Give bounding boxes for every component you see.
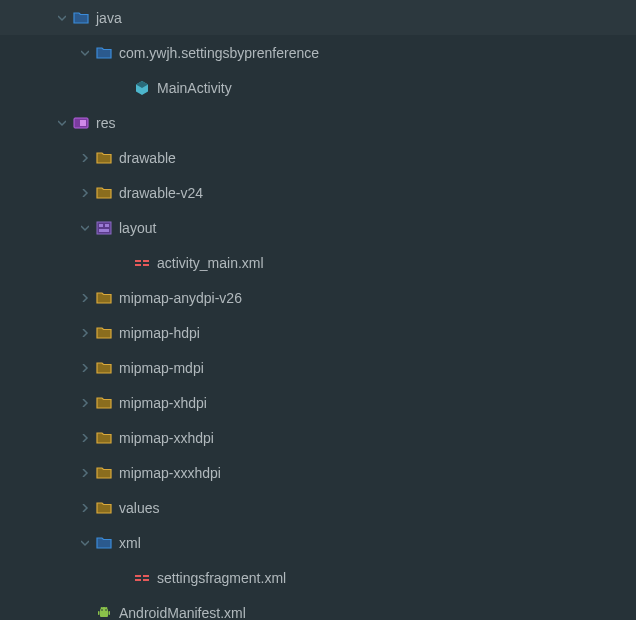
folder-orange-icon — [96, 430, 112, 446]
chevron-down-icon[interactable] — [57, 118, 67, 128]
tree-node-label: java — [96, 10, 122, 26]
folder-orange-icon — [96, 500, 112, 516]
chevron-right-icon[interactable] — [80, 433, 90, 443]
chevron-right-icon[interactable] — [80, 328, 90, 338]
chevron-down-icon[interactable] — [80, 48, 90, 58]
chevron-right-icon[interactable] — [80, 188, 90, 198]
tree-node-label: res — [96, 115, 115, 131]
folder-blue-icon — [96, 45, 112, 61]
tree-node[interactable]: mipmap-mdpi — [0, 350, 636, 385]
class-cyan-icon — [134, 80, 150, 96]
tree-node[interactable]: drawable — [0, 140, 636, 175]
tree-node[interactable]: activity_main.xml — [0, 245, 636, 280]
tree-node-label: xml — [119, 535, 141, 551]
folder-blue-icon — [96, 535, 112, 551]
xml-red-icon — [134, 255, 150, 271]
chevron-right-icon[interactable] — [80, 293, 90, 303]
tree-node-label: mipmap-xhdpi — [119, 395, 207, 411]
svg-rect-3 — [99, 224, 103, 227]
tree-node[interactable]: values — [0, 490, 636, 525]
svg-rect-11 — [143, 575, 149, 577]
chevron-down-icon[interactable] — [80, 223, 90, 233]
tree-node[interactable]: layout — [0, 210, 636, 245]
tree-node-label: drawable-v24 — [119, 185, 203, 201]
tree-node-label: mipmap-mdpi — [119, 360, 204, 376]
tree-node[interactable]: mipmap-anydpi-v26 — [0, 280, 636, 315]
svg-rect-9 — [143, 264, 149, 266]
folder-orange-icon — [96, 325, 112, 341]
tree-node[interactable]: mipmap-xhdpi — [0, 385, 636, 420]
folder-blue-icon — [73, 10, 89, 26]
svg-rect-17 — [109, 611, 111, 615]
tree-node[interactable]: settingsfragment.xml — [0, 560, 636, 595]
tree-node[interactable]: xml — [0, 525, 636, 560]
xml-red-icon — [134, 570, 150, 586]
svg-rect-2 — [97, 222, 111, 234]
project-tree: javacom.ywjh.settingsbyprenferenceMainAc… — [0, 0, 636, 620]
svg-rect-12 — [135, 579, 141, 581]
tree-node-label: com.ywjh.settingsbyprenference — [119, 45, 319, 61]
folder-orange-icon — [96, 290, 112, 306]
svg-rect-5 — [99, 229, 109, 232]
tree-node[interactable]: mipmap-xxxhdpi — [0, 455, 636, 490]
tree-node-label: layout — [119, 220, 156, 236]
res-purple-icon — [73, 115, 89, 131]
chevron-right-icon[interactable] — [80, 363, 90, 373]
folder-orange-icon — [96, 150, 112, 166]
svg-rect-6 — [135, 260, 141, 262]
svg-rect-7 — [143, 260, 149, 262]
tree-node[interactable]: com.ywjh.settingsbyprenference — [0, 35, 636, 70]
tree-node-label: AndroidManifest.xml — [119, 605, 246, 621]
chevron-down-icon[interactable] — [80, 538, 90, 548]
tree-node[interactable]: res — [0, 105, 636, 140]
folder-orange-icon — [96, 395, 112, 411]
tree-node-label: MainActivity — [157, 80, 232, 96]
chevron-right-icon[interactable] — [80, 468, 90, 478]
tree-node[interactable]: mipmap-xxhdpi — [0, 420, 636, 455]
tree-node[interactable]: AndroidManifest.xml — [0, 595, 636, 620]
folder-orange-icon — [96, 360, 112, 376]
layout-purple-icon — [96, 220, 112, 236]
svg-rect-8 — [135, 264, 141, 266]
svg-rect-1 — [80, 120, 86, 126]
tree-node-label: mipmap-xxxhdpi — [119, 465, 221, 481]
svg-rect-10 — [135, 575, 141, 577]
svg-rect-13 — [143, 579, 149, 581]
chevron-right-icon[interactable] — [80, 153, 90, 163]
tree-node-label: mipmap-xxhdpi — [119, 430, 214, 446]
tree-node[interactable]: java — [0, 0, 636, 35]
tree-node-label: activity_main.xml — [157, 255, 264, 271]
svg-rect-4 — [105, 224, 109, 227]
android-icon — [96, 605, 112, 621]
tree-node[interactable]: drawable-v24 — [0, 175, 636, 210]
folder-orange-icon — [96, 465, 112, 481]
svg-rect-16 — [98, 611, 100, 615]
tree-node-label: mipmap-anydpi-v26 — [119, 290, 242, 306]
tree-node[interactable]: MainActivity — [0, 70, 636, 105]
chevron-right-icon[interactable] — [80, 503, 90, 513]
tree-node-label: values — [119, 500, 159, 516]
svg-point-14 — [101, 609, 103, 611]
folder-orange-icon — [96, 185, 112, 201]
tree-node[interactable]: mipmap-hdpi — [0, 315, 636, 350]
tree-node-label: mipmap-hdpi — [119, 325, 200, 341]
tree-node-label: drawable — [119, 150, 176, 166]
chevron-right-icon[interactable] — [80, 398, 90, 408]
chevron-down-icon[interactable] — [57, 13, 67, 23]
tree-node-label: settingsfragment.xml — [157, 570, 286, 586]
svg-point-15 — [105, 609, 107, 611]
